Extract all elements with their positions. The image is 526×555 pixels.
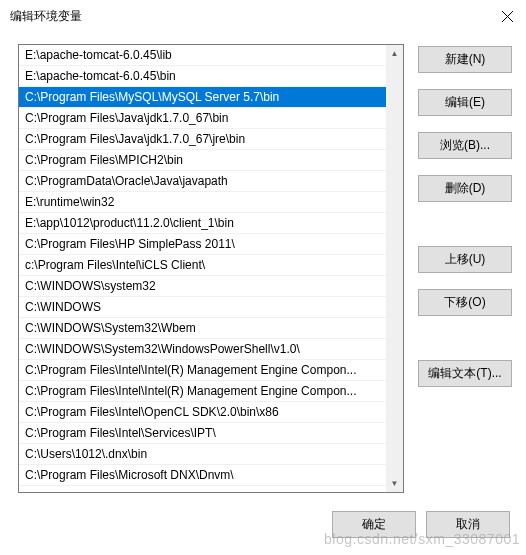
scroll-down-icon[interactable]: ▼ [386,475,403,492]
list-item[interactable]: E:\apache-tomcat-6.0.45\lib [19,45,403,66]
dialog-content: E:\apache-tomcat-6.0.45\libE:\apache-tom… [0,32,526,503]
list-item[interactable]: C:\Program Files\Intel\OpenCL SDK\2.0\bi… [19,402,403,423]
list-item[interactable]: E:\app\1012\product\11.2.0\client_1\bin [19,213,403,234]
dialog-window: 编辑环境变量 E:\apache-tomcat-6.0.45\libE:\apa… [0,0,526,555]
list-item[interactable]: C:\ProgramData\Oracle\Java\javapath [19,171,403,192]
edit-button[interactable]: 编辑(E) [418,89,512,116]
close-icon[interactable] [496,5,518,27]
delete-button[interactable]: 删除(D) [418,175,512,202]
list-item[interactable]: C:\Program Files\Intel\Intel(R) Manageme… [19,381,403,402]
list-item[interactable]: C:\Program Files\Microsoft DNX\Dnvm\ [19,465,403,486]
list-item[interactable]: C:\Program Files\HP SimplePass 2011\ [19,234,403,255]
new-button[interactable]: 新建(N) [418,46,512,73]
list-item[interactable]: C:\Program Files\MySQL\MySQL Server 5.7\… [19,87,403,108]
list-item[interactable]: C:\Program Files\Intel\Intel(R) Manageme… [19,360,403,381]
list-item[interactable]: C:\Program Files\Intel\Services\IPT\ [19,423,403,444]
list-item[interactable]: C:\Program Files\Java\jdk1.7.0_67\jre\bi… [19,129,403,150]
list-item[interactable]: E:\apache-tomcat-6.0.45\bin [19,66,403,87]
list-item[interactable]: C:\WINDOWS [19,297,403,318]
browse-button[interactable]: 浏览(B)... [418,132,512,159]
ok-button[interactable]: 确定 [332,511,416,538]
scrollbar[interactable]: ▲ ▼ [386,45,403,492]
list-item[interactable]: C:\WINDOWS\system32 [19,276,403,297]
path-listbox[interactable]: E:\apache-tomcat-6.0.45\libE:\apache-tom… [18,44,404,493]
list-item[interactable]: C:\Program Files\MPICH2\bin [19,150,403,171]
dialog-title: 编辑环境变量 [10,8,82,25]
edit-text-button[interactable]: 编辑文本(T)... [418,360,512,387]
list-item[interactable]: c:\Program Files\Intel\iCLS Client\ [19,255,403,276]
list-item[interactable]: C:\WINDOWS\System32\WindowsPowerShell\v1… [19,339,403,360]
list-item[interactable]: E:\runtime\win32 [19,192,403,213]
move-up-button[interactable]: 上移(U) [418,246,512,273]
titlebar: 编辑环境变量 [0,0,526,32]
scroll-up-icon[interactable]: ▲ [386,45,403,62]
cancel-button[interactable]: 取消 [426,511,510,538]
dialog-footer: 确定 取消 [0,503,526,555]
side-button-column: 新建(N) 编辑(E) 浏览(B)... 删除(D) 上移(U) 下移(O) 编… [418,44,512,493]
list-item[interactable]: C:\Users\1012\.dnx\bin [19,444,403,465]
list-item[interactable]: C:\WINDOWS\System32\Wbem [19,318,403,339]
list-item[interactable]: C:\Program Files\Java\jdk1.7.0_67\bin [19,108,403,129]
move-down-button[interactable]: 下移(O) [418,289,512,316]
